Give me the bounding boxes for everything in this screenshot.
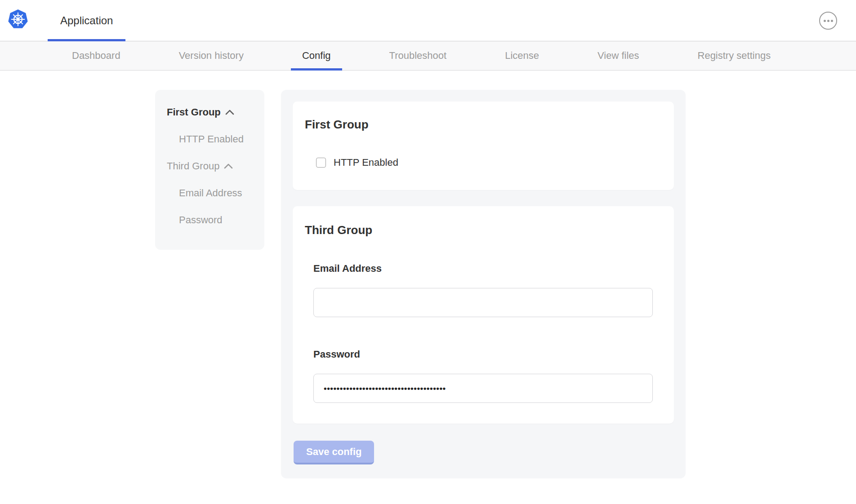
sidebar-group-first-group[interactable]: First Group	[167, 107, 255, 118]
password-field: Password	[313, 349, 662, 403]
tab-version-history[interactable]: Version history	[168, 41, 255, 70]
email-address-label: Email Address	[313, 263, 662, 274]
http-enabled-label: HTTP Enabled	[334, 157, 398, 168]
application-tab[interactable]: Application	[48, 0, 125, 41]
tab-dashboard[interactable]: Dashboard	[61, 41, 132, 70]
chevron-up-icon	[224, 164, 233, 169]
tab-license[interactable]: License	[494, 41, 550, 70]
nav-tab-bar: Dashboard Version history Config Trouble…	[0, 41, 856, 71]
group-title: First Group	[305, 118, 662, 132]
sidebar-item-email-address[interactable]: Email Address	[167, 188, 255, 199]
sidebar-group-label: Third Group	[167, 161, 219, 172]
tab-troubleshoot[interactable]: Troubleshoot	[378, 41, 458, 70]
sidebar-item-password[interactable]: Password	[167, 215, 255, 225]
email-address-field: Email Address	[313, 263, 662, 317]
password-label: Password	[313, 349, 662, 360]
sidebar-group-third-group[interactable]: Third Group	[167, 161, 255, 172]
sidebar-item-label: Email Address	[179, 188, 242, 199]
application-tab-label: Application	[60, 14, 113, 27]
tab-view-files[interactable]: View files	[586, 41, 651, 70]
chevron-up-icon	[225, 110, 234, 115]
tab-registry-settings[interactable]: Registry settings	[687, 41, 782, 70]
config-panel: First Group HTTP Enabled Third Group Ema…	[281, 90, 686, 478]
tab-config[interactable]: Config	[291, 41, 342, 70]
config-group-card-first: First Group HTTP Enabled	[293, 102, 674, 190]
group-title: Third Group	[305, 223, 662, 237]
email-address-input[interactable]	[313, 288, 653, 317]
config-group-card-third: Third Group Email Address Password	[293, 206, 674, 424]
http-enabled-checkbox[interactable]	[316, 158, 326, 168]
sidebar-group-label: First Group	[167, 107, 221, 118]
ellipsis-icon	[824, 20, 826, 22]
app-header: Application	[0, 0, 856, 41]
sidebar-item-label: Password	[179, 215, 223, 225]
overflow-menu-button[interactable]	[819, 12, 837, 30]
http-enabled-field: HTTP Enabled	[316, 157, 662, 168]
save-config-button[interactable]: Save config	[294, 441, 374, 464]
password-input[interactable]	[313, 374, 653, 403]
sidebar-item-label: HTTP Enabled	[179, 134, 244, 145]
ellipsis-icon	[831, 20, 833, 22]
ellipsis-icon	[827, 20, 829, 22]
sidebar-item-http-enabled[interactable]: HTTP Enabled	[167, 134, 255, 145]
kubernetes-logo-icon	[7, 8, 29, 30]
config-sidebar: First Group HTTP Enabled Third Group Ema…	[155, 90, 264, 250]
